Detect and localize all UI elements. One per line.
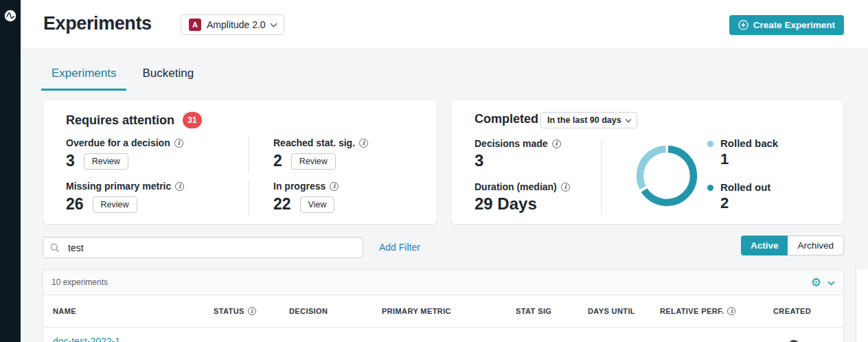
metric-value: 22	[273, 195, 291, 214]
column-header-stat-sig: STAT SIG	[516, 307, 588, 315]
legend-rolled-back: Rolled back 1	[707, 137, 778, 168]
stat-label: Decisions made	[475, 138, 561, 149]
legend-value: 1	[720, 150, 778, 168]
info-icon[interactable]	[359, 139, 368, 148]
metric-label: In progress	[273, 181, 420, 192]
requires-attention-title: Requires attention 31	[66, 112, 202, 128]
table-header-row: NAME STATUS DECISION PRIMARY METRIC STAT…	[43, 295, 843, 328]
info-icon[interactable]	[727, 307, 735, 315]
tab-bucketing[interactable]: Bucketing	[132, 67, 204, 91]
project-selector-dropdown[interactable]: A Amplitude 2.0	[181, 14, 284, 35]
info-icon[interactable]	[175, 182, 184, 191]
review-button[interactable]: Review	[93, 196, 137, 213]
page-header: Experiments A Amplitude 2.0 Create Exper…	[21, 0, 868, 49]
requires-attention-card: Requires attention 31 Overdue for a deci…	[43, 100, 437, 225]
stat-label: Duration (median)	[475, 181, 570, 192]
stat-value: 3	[475, 151, 561, 170]
metric-label: Overdue for a decision	[66, 137, 248, 148]
create-experiment-button[interactable]: Create Experiment	[729, 15, 844, 35]
legend-value: 2	[720, 194, 770, 212]
vertical-scrollbar[interactable]	[856, 269, 868, 342]
info-icon[interactable]	[552, 139, 561, 148]
completed-title: Completed	[475, 112, 538, 126]
chevron-down-icon[interactable]	[827, 281, 835, 286]
project-name: Amplitude 2.0	[207, 19, 266, 30]
legend-rolled-out: Rolled out 2	[707, 181, 770, 212]
column-header-relative-perf: RELATIVE PERF.	[660, 307, 773, 315]
metric-value: 3	[66, 152, 75, 170]
chevron-down-icon	[270, 21, 277, 27]
stat-value: 29 Days	[475, 194, 570, 214]
info-icon[interactable]	[174, 139, 183, 148]
toggle-archived-button[interactable]: Archived	[788, 236, 844, 255]
page-title: Experiments	[43, 13, 152, 34]
metric-value: 26	[66, 195, 84, 214]
legend-dot-rolled-out	[707, 185, 713, 191]
column-header-days-until: DAYS UNTIL	[588, 307, 660, 315]
metric-in-progress: In progress 22 View	[248, 179, 420, 216]
review-button[interactable]: Review	[84, 153, 128, 170]
experiment-count: 10 experiments	[52, 277, 108, 287]
table-row[interactable]: doc-test-2022-1	[43, 328, 843, 342]
column-header-primary-metric: PRIMARY METRIC	[382, 307, 516, 315]
vertical-divider	[601, 139, 602, 215]
requires-attention-title-text: Requires attention	[66, 113, 174, 128]
column-header-name: NAME	[53, 307, 214, 315]
column-header-decision: DECISION	[289, 307, 382, 315]
column-header-created: CREATED	[773, 307, 843, 315]
info-icon[interactable]	[248, 307, 256, 315]
table-settings-gear-icon[interactable]: ⚙	[811, 277, 821, 288]
metric-value: 2	[273, 152, 282, 170]
toggle-active-button[interactable]: Active	[741, 236, 788, 255]
info-icon[interactable]	[561, 183, 570, 192]
search-input[interactable]	[67, 242, 356, 254]
chevron-down-icon	[625, 116, 630, 122]
amplitude-logo-icon[interactable]	[4, 10, 16, 22]
legend-dot-rolled-back	[707, 141, 713, 147]
experiments-table: 10 experiments ⚙ NAME STATUS DECISION PR…	[43, 269, 844, 342]
experiment-name-link[interactable]: doc-test-2022-1	[53, 336, 120, 342]
completed-card: Completed In the last 90 days Decisions …	[450, 100, 844, 225]
view-button[interactable]: View	[300, 196, 335, 213]
search-icon	[50, 243, 60, 253]
date-range-label: In the last 90 days	[547, 115, 621, 125]
date-range-dropdown[interactable]: In the last 90 days	[540, 112, 637, 128]
app-rail	[0, 0, 21, 342]
metric-reached-stat-sig: Reached stat. sig. 2 Review	[248, 136, 420, 173]
metric-label: Reached stat. sig.	[273, 137, 420, 148]
legend-label: Rolled back	[720, 137, 778, 149]
tab-bar: Experiments Bucketing	[41, 67, 204, 91]
attention-metrics-grid: Overdue for a decision 3 Review Reached …	[66, 136, 420, 216]
metric-label: Missing primary metric	[66, 181, 248, 192]
legend-label: Rolled out	[720, 181, 770, 193]
plus-circle-icon	[738, 20, 749, 30]
create-experiment-label: Create Experiment	[753, 20, 835, 30]
project-badge: A	[189, 19, 201, 31]
stat-decisions-made: Decisions made 3	[475, 138, 561, 170]
table-toolbar: 10 experiments ⚙	[43, 270, 843, 295]
review-button[interactable]: Review	[291, 153, 336, 170]
search-box	[43, 237, 363, 258]
add-filter-link[interactable]: Add Filter	[379, 242, 420, 253]
column-header-status: STATUS	[214, 307, 289, 315]
info-icon[interactable]	[330, 182, 339, 191]
attention-count-badge: 31	[183, 112, 202, 128]
tab-experiments[interactable]: Experiments	[41, 67, 126, 91]
metric-missing-primary-metric: Missing primary metric 26 Review	[66, 179, 248, 216]
completed-donut-chart	[635, 144, 699, 208]
metric-overdue: Overdue for a decision 3 Review	[66, 136, 248, 173]
active-archived-toggle: Active Archived	[741, 236, 844, 255]
stat-duration-median: Duration (median) 29 Days	[475, 181, 570, 214]
